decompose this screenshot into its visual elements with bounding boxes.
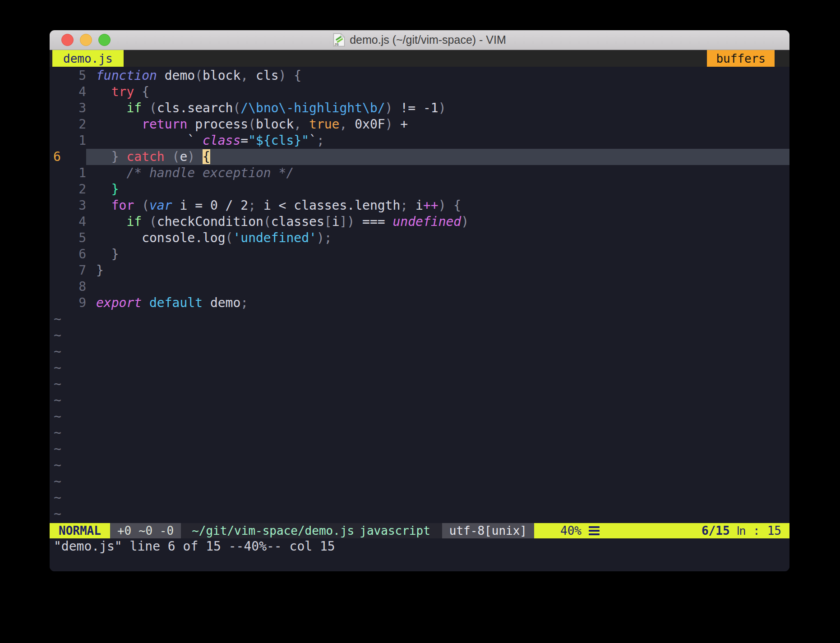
code-line[interactable]: 2 return process(block, true, 0x0F) + [50, 116, 789, 133]
empty-line-tilde: ~ [50, 425, 789, 441]
code-token: if [126, 214, 142, 229]
empty-line-tilde: ~ [50, 506, 789, 522]
code-line-current[interactable]: 6 } catch (e) { [50, 149, 789, 165]
empty-line-tilde: ~ [50, 409, 789, 425]
code-token: { [134, 84, 149, 99]
code-token: i [408, 198, 423, 213]
code-token [96, 101, 126, 115]
tabline: demo.js buffers [50, 50, 789, 67]
file-path: ~/git/vim-space/demo.js [192, 523, 360, 538]
line-number: 6 [50, 246, 86, 262]
buffers-label[interactable]: buffers [707, 50, 775, 67]
code-token: /* handle exception */ [96, 165, 294, 180]
code-text: } catch (e) { [86, 149, 789, 165]
empty-line-tilde: ~ [50, 360, 789, 376]
line-number: 5 [50, 68, 86, 84]
code-token: ( [195, 68, 203, 83]
code-token: ( [248, 117, 256, 132]
code-line[interactable]: 9export default demo; [50, 295, 789, 311]
empty-line-tilde: ~ [50, 473, 789, 490]
empty-line-tilde: ~ [50, 490, 789, 506]
code-token [142, 295, 149, 310]
line-number: 3 [50, 100, 86, 116]
code-token: ; [317, 133, 324, 148]
line-number: 6 [50, 149, 86, 165]
code-token: + [393, 117, 408, 132]
code-token: console.log [96, 230, 226, 245]
line-number: 8 [50, 279, 86, 295]
code-token: cls.search [157, 101, 233, 115]
code-token [301, 117, 309, 132]
line-number: 4 [50, 84, 86, 100]
code-token: ) { [279, 68, 302, 83]
code-token: ]) [339, 214, 355, 229]
colon-separator: : [753, 523, 760, 538]
code-token: ` [309, 133, 317, 148]
code-token: /\bno\-highlight\b/ [240, 101, 385, 115]
code-token: 0x0F [347, 117, 385, 132]
code-line[interactable]: 1 ` class="${cls}"`; [50, 133, 789, 149]
code-text: for (var i = 0 / 2; i < classes.length; … [86, 197, 789, 214]
code-line[interactable]: 5 console.log('undefined'); [50, 230, 789, 246]
code-text: function demo(block, cls) { [86, 68, 789, 84]
code-token: demo [157, 68, 195, 83]
code-token: ( [165, 149, 180, 164]
position-segment: 40% 6/15 ln : 15 [534, 523, 789, 538]
code-token [96, 214, 126, 229]
code-token: var [149, 198, 172, 213]
code-line[interactable]: 3 for (var i = 0 / 2; i < classes.length… [50, 197, 789, 214]
code-token: if [126, 101, 142, 115]
vim-window: JS demo.js (~/git/vim-space) - VIM demo.… [50, 30, 789, 571]
code-token [96, 84, 111, 99]
code-token: ) [385, 117, 393, 132]
code-token: ( [142, 214, 157, 229]
code-token: } [111, 182, 119, 197]
code-token: , [339, 117, 347, 132]
mode-indicator: NORMAL [50, 523, 110, 538]
line-number: 1 [50, 165, 86, 181]
code-token [96, 117, 142, 132]
code-token: class [203, 133, 240, 148]
code-token: ; [248, 198, 256, 213]
code-token: function [96, 68, 157, 83]
code-token [96, 198, 111, 213]
code-line[interactable]: 3 if (cls.search(/\bno\-highlight\b/) !=… [50, 100, 789, 116]
empty-line-tilde: ~ [50, 441, 789, 457]
code-token: ` [96, 133, 203, 148]
code-line[interactable]: 6 } [50, 246, 789, 262]
code-text: } [86, 262, 789, 279]
line-number: 9 [50, 295, 86, 311]
ln-label: ln [737, 523, 746, 538]
tab-demo-js[interactable]: demo.js [52, 50, 124, 67]
code-line[interactable]: 7} [50, 262, 789, 279]
titlebar[interactable]: JS demo.js (~/git/vim-space) - VIM [50, 30, 789, 50]
code-token: "${cls}" [248, 133, 309, 148]
title-area: JS demo.js (~/git/vim-space) - VIM [50, 33, 789, 47]
code-token: } [96, 149, 126, 164]
code-token: ; [240, 295, 248, 310]
code-token: = [240, 133, 248, 148]
empty-line-tilde: ~ [50, 457, 789, 473]
code-text [86, 279, 789, 295]
code-line[interactable]: 5function demo(block, cls) { [50, 68, 789, 84]
code-token: undefined [393, 214, 462, 229]
empty-line-tilde: ~ [50, 327, 789, 344]
code-token: default [149, 295, 203, 310]
code-area[interactable]: 5function demo(block, cls) {4 try {3 if … [50, 67, 789, 523]
code-token: ) [385, 101, 393, 115]
code-token: ) { [438, 198, 462, 213]
code-line[interactable]: 8 [50, 279, 789, 295]
code-token: 'undefined' [233, 230, 316, 245]
line-number: 2 [50, 181, 86, 197]
code-token: === [355, 214, 392, 229]
code-line[interactable]: 4 try { [50, 84, 789, 100]
code-text: if (checkCondition(classes[i]) === undef… [86, 214, 789, 230]
svg-text:JS: JS [334, 42, 339, 46]
code-token: ); [317, 230, 332, 245]
code-line[interactable]: 1 /* handle exception */ [50, 165, 789, 181]
empty-line-tilde: ~ [50, 392, 789, 409]
code-line[interactable]: 4 if (checkCondition(classes[i]) === und… [50, 214, 789, 230]
code-token: i [332, 214, 340, 229]
command-line[interactable]: "demo.js" line 6 of 15 --40%-- col 15 [50, 538, 789, 555]
code-line[interactable]: 2 } [50, 181, 789, 197]
